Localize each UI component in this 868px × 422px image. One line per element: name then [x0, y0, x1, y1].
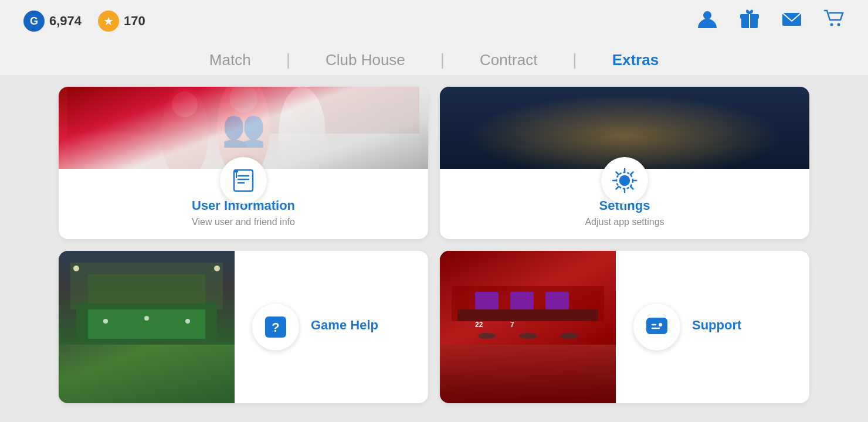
cart-icon[interactable]	[823, 8, 845, 34]
navigation: Match | Club House | Contract | Extras	[0, 42, 868, 75]
card-support-title: Support	[692, 318, 741, 333]
user-info-icon-circle	[220, 157, 267, 204]
svg-rect-45	[475, 292, 499, 309]
svg-rect-8	[67, 87, 419, 134]
card-support-content: Support	[616, 292, 809, 362]
svg-point-9	[161, 87, 208, 169]
card-game-help-text: Game Help	[311, 318, 378, 336]
svg-text:22: 22	[475, 321, 483, 329]
nav-divider-1: |	[286, 50, 290, 69]
currency-star-value: 170	[124, 13, 145, 29]
card-support-text: Support	[692, 318, 741, 336]
svg-point-0	[703, 11, 711, 19]
gift-icon[interactable]	[739, 8, 760, 34]
svg-rect-47	[545, 292, 569, 309]
card-game-help-content: ? Game Help	[235, 292, 428, 362]
svg-text:7: 7	[510, 321, 514, 329]
nav-contract[interactable]: Contract	[445, 51, 572, 69]
svg-point-5	[830, 23, 833, 26]
currency-star-item: ★ 170	[98, 11, 145, 32]
card-image-locker: 22 7	[440, 251, 616, 403]
svg-point-51	[519, 333, 537, 339]
header-right	[697, 8, 845, 34]
card-support[interactable]: 22 7 Support	[440, 251, 809, 403]
nav-clubhouse[interactable]: Club House	[290, 51, 440, 69]
card-settings-subtitle: Adjust app settings	[585, 217, 664, 227]
svg-point-28	[620, 176, 629, 185]
settings-icon-circle	[601, 157, 648, 204]
card-game-help-title: Game Help	[311, 318, 378, 333]
svg-point-54	[659, 323, 662, 326]
support-icon-circle	[633, 304, 680, 350]
mail-icon[interactable]	[781, 8, 802, 34]
card-image-stadium	[440, 87, 809, 169]
svg-point-50	[478, 333, 496, 339]
card-settings[interactable]: Settings Adjust app settings	[440, 87, 809, 239]
currency-g-value: 6,974	[49, 13, 82, 29]
svg-rect-22	[449, 87, 801, 169]
svg-point-12	[172, 91, 198, 117]
svg-point-38	[144, 316, 149, 321]
nav-divider-3: |	[572, 50, 577, 69]
svg-point-13	[229, 87, 257, 113]
currency-g-icon: G	[23, 11, 45, 32]
svg-rect-21	[449, 87, 801, 169]
svg-point-52	[560, 333, 578, 339]
header: G 6,974 ★ 170	[0, 0, 868, 42]
svg-text:?: ?	[272, 320, 279, 335]
card-game-help[interactable]: ? Game Help	[59, 251, 428, 403]
svg-point-11	[279, 87, 326, 169]
nav-match[interactable]: Match	[174, 51, 286, 69]
card-user-information[interactable]: User Information View user and friend in…	[59, 87, 428, 239]
svg-point-14	[289, 90, 315, 116]
card-user-info-subtitle: View user and friend info	[192, 217, 295, 227]
nav-divider-2: |	[440, 50, 445, 69]
svg-point-23	[636, 98, 789, 169]
card-image-players	[59, 87, 428, 169]
svg-point-37	[103, 319, 108, 324]
svg-point-10	[217, 87, 270, 169]
nav-extras[interactable]: Extras	[577, 51, 694, 69]
svg-point-24	[648, 107, 777, 160]
card-image-stadium-day	[59, 251, 235, 403]
user-icon[interactable]	[697, 8, 718, 34]
svg-rect-34	[88, 309, 205, 339]
game-help-icon-circle: ?	[252, 304, 299, 350]
header-left: G 6,974 ★ 170	[23, 11, 145, 32]
svg-rect-44	[457, 309, 598, 321]
svg-rect-7	[67, 87, 419, 169]
svg-rect-46	[510, 292, 534, 309]
svg-point-6	[838, 23, 840, 26]
svg-point-25	[561, 135, 571, 144]
svg-point-39	[185, 319, 190, 324]
main-content: User Information View user and friend in…	[0, 75, 868, 415]
svg-point-36	[214, 266, 220, 271]
currency-g-item: G 6,974	[23, 11, 82, 32]
currency-star-icon: ★	[98, 11, 119, 32]
svg-point-19	[235, 169, 238, 173]
svg-point-35	[73, 266, 79, 271]
